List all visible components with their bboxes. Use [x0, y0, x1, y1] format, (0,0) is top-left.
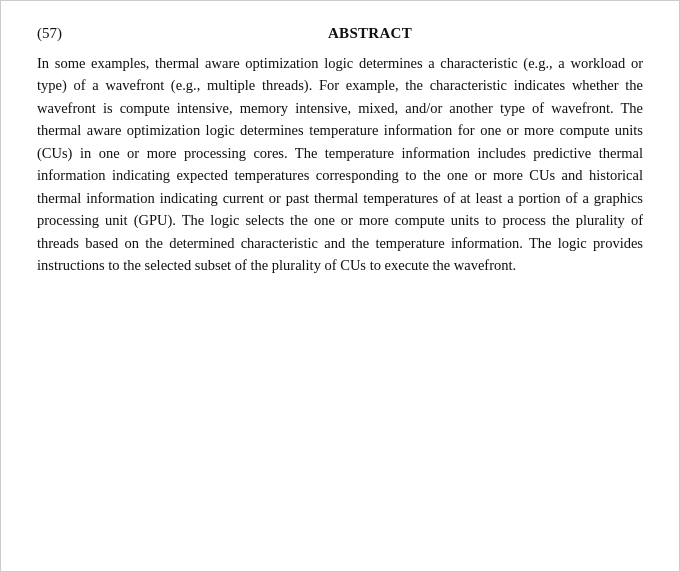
abstract-number: (57)	[37, 25, 97, 42]
document-container: (57) ABSTRACT In some examples, thermal …	[0, 0, 680, 572]
abstract-body: In some examples, thermal aware optimiza…	[37, 52, 643, 277]
abstract-title: ABSTRACT	[97, 25, 643, 42]
abstract-header: (57) ABSTRACT	[37, 25, 643, 42]
